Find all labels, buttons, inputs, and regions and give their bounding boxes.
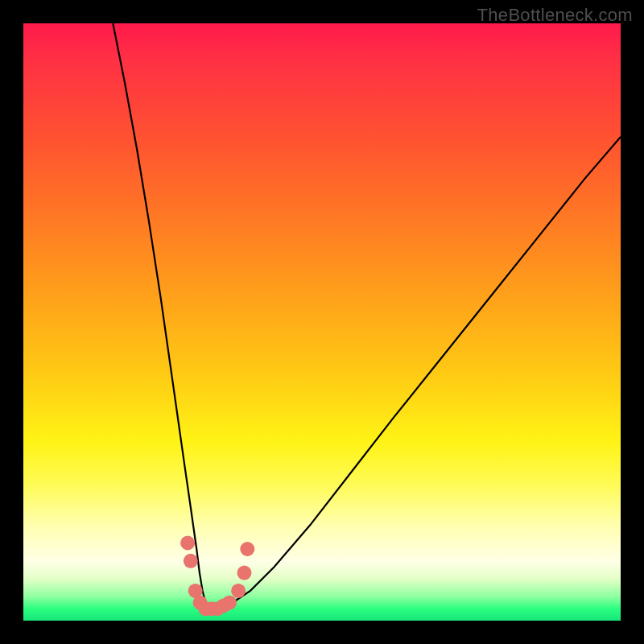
marker-group <box>180 536 254 617</box>
marker-dot <box>231 584 246 598</box>
outer-frame: TheBottleneck.com <box>0 0 644 644</box>
watermark-text: TheBottleneck.com <box>477 5 633 26</box>
bottleneck-curve <box>113 23 621 609</box>
marker-dot <box>180 536 195 551</box>
marker-dot <box>222 596 237 610</box>
chart-svg <box>23 23 621 621</box>
marker-dot <box>184 554 198 568</box>
marker-dot <box>237 566 252 580</box>
marker-dot <box>240 542 254 556</box>
plot-area <box>23 23 621 621</box>
